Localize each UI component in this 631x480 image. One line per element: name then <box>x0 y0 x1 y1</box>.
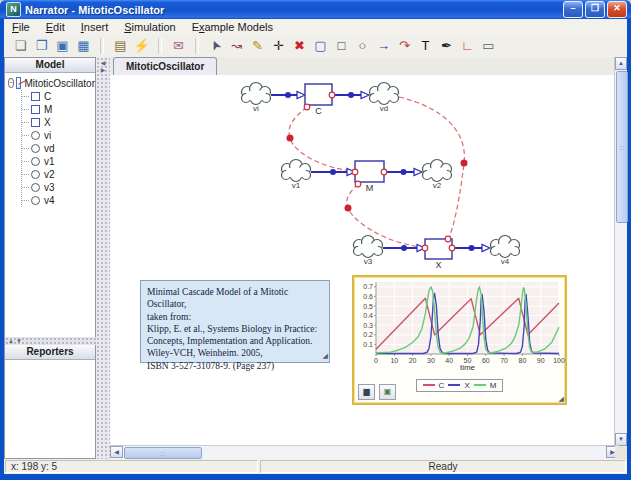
flow-dot <box>401 245 407 251</box>
y-tick-label: 0.4 <box>363 312 373 319</box>
toolbar: ❏❐▣▦▤⚡✉➤↝✎✛✖▢□○→↷T✒∟▭ <box>4 34 627 58</box>
x-tick-label: 30 <box>427 357 435 364</box>
comment-button[interactable]: ✉ <box>168 36 189 56</box>
textbox-icon: ▭ <box>482 38 494 53</box>
tree-item-m[interactable]: M <box>22 103 95 116</box>
textbox-button[interactable]: ▭ <box>478 36 499 56</box>
splitter-down-icon[interactable]: ▼ <box>16 338 22 344</box>
annotation-note[interactable]: Minimal Cascade Model of a Mitotic Oscil… <box>140 280 330 363</box>
cloud-label: v4 <box>501 257 510 266</box>
menu-insert[interactable]: Insert <box>73 20 117 34</box>
connection-button[interactable]: ↝ <box>226 36 247 56</box>
arrowhead-icon <box>482 245 490 252</box>
tree-root-mitoticoscillator[interactable]: −MitoticOscillator <box>8 76 95 90</box>
chart-panel[interactable]: 0.10.20.30.40.50.60.70102030405060708090… <box>352 275 567 405</box>
arrow-icon: → <box>377 38 390 53</box>
export-image-icon: ▤ <box>114 38 126 53</box>
tree-item-vd[interactable]: vd <box>22 142 95 155</box>
vertical-scrollbar[interactable]: ▲ ∷ ▼ <box>614 57 627 446</box>
flow-dot <box>401 169 407 175</box>
horizontal-scrollbar[interactable]: ◀ ∷ ▶ <box>110 445 619 459</box>
horizontal-scroll-thumb[interactable]: ∷ <box>124 447 202 459</box>
x-tick-label: 100 <box>553 357 565 364</box>
tab-strip: MitoticOscillator <box>110 57 627 76</box>
tree-item-v2[interactable]: v2 <box>22 168 95 181</box>
new-button[interactable]: ❏ <box>10 36 31 56</box>
maximize-button[interactable]: ❐ <box>585 1 605 18</box>
run-simulation-button[interactable]: ⚡ <box>131 36 152 56</box>
application-window: N Narrator - MitoticOscillator – ❐ ✕ Fil… <box>0 0 631 480</box>
cloud-node-v3: v3 <box>354 236 383 267</box>
save-as-button[interactable]: ▦ <box>73 36 94 56</box>
arc-icon: ↷ <box>399 38 410 53</box>
x-tick-label: 40 <box>445 357 453 364</box>
regulator-dot <box>287 135 294 142</box>
export-image-button[interactable]: ▤ <box>110 36 131 56</box>
cloud-node-v2: v2 <box>423 160 452 191</box>
x-tick-label: 10 <box>390 357 398 364</box>
tree-connector <box>22 148 29 149</box>
panel-splitter-horizontal[interactable]: ▲ ▼ <box>5 337 98 345</box>
text-icon: T <box>422 38 430 53</box>
tree-item-c[interactable]: C <box>22 90 95 103</box>
menu-simulation[interactable]: Simulation <box>116 20 183 34</box>
scroll-left-button[interactable]: ◀ <box>110 446 123 458</box>
scroll-up-button[interactable]: ▲ <box>615 57 627 70</box>
tree-item-vi[interactable]: vi <box>22 129 95 142</box>
diagram-canvas[interactable]: vivdv1v2v3v4CMX Minimal Cascade Model of… <box>110 75 620 446</box>
tree-item-x[interactable]: X <box>22 116 95 129</box>
chart-resize-grip[interactable]: ◢ <box>559 395 564 403</box>
text-button[interactable]: T <box>415 36 436 56</box>
note-resize-grip[interactable]: ◢ <box>323 350 328 362</box>
chart-button[interactable]: ∟ <box>457 36 478 56</box>
ellipse-button[interactable]: ○ <box>352 36 373 56</box>
delete-icon: ✖ <box>294 38 305 53</box>
menu-file[interactable]: File <box>4 20 38 34</box>
delete-button[interactable]: ✖ <box>289 36 310 56</box>
arrow-button[interactable]: → <box>373 36 394 56</box>
minimize-button[interactable]: – <box>563 1 583 18</box>
tree-item-v4[interactable]: v4 <box>22 194 95 207</box>
legend-label-M: M <box>490 381 497 390</box>
tree-toggle-icon[interactable]: − <box>8 78 14 88</box>
select-button[interactable]: ➤ <box>205 36 226 56</box>
x-tick-label: 70 <box>500 357 508 364</box>
species-node-button[interactable]: ▢ <box>310 36 331 56</box>
tree-connector <box>22 122 29 123</box>
tree-item-label: v3 <box>44 182 55 193</box>
tree-item-v1[interactable]: v1 <box>22 155 95 168</box>
close-button[interactable]: ✕ <box>607 1 627 18</box>
tab-mitoticoscillator[interactable]: MitoticOscillator <box>113 57 217 75</box>
menu-edit[interactable]: Edit <box>38 20 73 34</box>
pencil-button[interactable]: ✎ <box>247 36 268 56</box>
species-label: C <box>315 106 322 116</box>
model-panel-header: Model <box>5 58 95 73</box>
y-tick-label: 0.5 <box>363 303 373 310</box>
thumb-grip-icon: ∷ <box>161 450 166 457</box>
splitter-collapse-icon[interactable]: ◀ <box>96 59 110 66</box>
tree-item-v3[interactable]: v3 <box>22 181 95 194</box>
annotation-line: taken from: <box>147 311 323 323</box>
run-simulation-icon: ⚡ <box>133 38 149 53</box>
tree-children: CMXvivdv1v2v3v4 <box>21 90 95 207</box>
rectangle-button[interactable]: □ <box>331 36 352 56</box>
comment-icon: ✉ <box>173 38 184 53</box>
panel-splitter-vertical[interactable]: ◀ ▶ <box>96 57 110 459</box>
open-button[interactable]: ❐ <box>31 36 52 56</box>
move-button[interactable]: ✛ <box>268 36 289 56</box>
brush-button[interactable]: ✒ <box>436 36 457 56</box>
thumb-grip-icon: ∷ <box>620 144 625 151</box>
arc-button[interactable]: ↷ <box>394 36 415 56</box>
save-button[interactable]: ▣ <box>52 36 73 56</box>
left-panel: Model −MitoticOscillatorCMXvivdv1v2v3v4 … <box>4 57 96 459</box>
open-icon: ❐ <box>36 38 48 53</box>
vertical-scroll-thumb[interactable]: ∷ <box>616 71 628 223</box>
export-image-button[interactable]: ▣ <box>379 384 396 400</box>
title-bar[interactable]: N Narrator - MitoticOscillator – ❐ ✕ <box>0 0 631 19</box>
menu-example-models[interactable]: Example Models <box>184 20 281 34</box>
splitter-up-icon[interactable]: ▲ <box>8 338 14 344</box>
species-icon <box>31 92 40 101</box>
bar-chart-button[interactable]: ▆ <box>358 384 375 400</box>
legend-label-X: X <box>464 381 469 390</box>
splitter-expand-icon[interactable]: ▶ <box>96 66 110 73</box>
